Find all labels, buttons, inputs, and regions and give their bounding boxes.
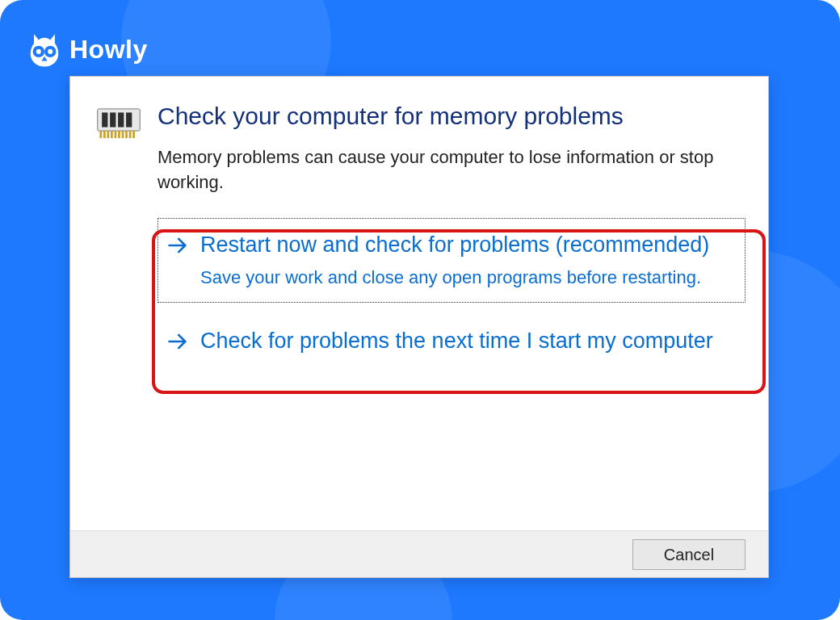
arrow-right-icon xyxy=(166,234,189,257)
memory-module-icon xyxy=(95,104,142,143)
svg-rect-12 xyxy=(111,131,113,138)
svg-rect-13 xyxy=(115,131,117,138)
dialog-title: Check your computer for memory problems xyxy=(158,101,746,132)
svg-rect-10 xyxy=(103,131,106,138)
option-text: Restart now and check for problems (reco… xyxy=(200,230,732,290)
dialog-subtitle: Memory problems can cause your computer … xyxy=(158,145,739,196)
svg-rect-15 xyxy=(122,131,124,138)
option-title: Restart now and check for problems (reco… xyxy=(200,232,709,257)
svg-rect-14 xyxy=(118,131,120,138)
option-description: Save your work and close any open progra… xyxy=(200,265,732,291)
howly-wordmark: Howly xyxy=(69,35,148,65)
svg-rect-6 xyxy=(110,112,116,127)
svg-rect-17 xyxy=(129,131,132,138)
svg-rect-7 xyxy=(118,112,124,127)
cancel-button[interactable]: Cancel xyxy=(632,539,746,570)
page-background: Howly xyxy=(0,0,840,620)
option-check-next-start[interactable]: Check for problems the next time I start… xyxy=(158,314,746,367)
howly-logo: Howly xyxy=(26,31,148,68)
svg-rect-18 xyxy=(132,131,135,138)
svg-point-3 xyxy=(48,49,52,54)
option-list: Restart now and check for problems (reco… xyxy=(158,218,746,367)
option-restart-now[interactable]: Restart now and check for problems (reco… xyxy=(158,218,746,302)
dialog-icon-wrap xyxy=(93,101,145,530)
svg-rect-5 xyxy=(102,112,107,127)
dialog-content: Check your computer for memory problems … xyxy=(158,101,746,530)
svg-point-2 xyxy=(36,49,41,54)
dialog-body: Check your computer for memory problems … xyxy=(70,77,768,530)
option-text: Check for problems the next time I start… xyxy=(200,326,732,355)
owl-icon xyxy=(26,31,63,68)
svg-rect-9 xyxy=(99,131,102,138)
arrow-right-icon xyxy=(166,330,189,353)
dialog-footer: Cancel xyxy=(70,530,768,577)
svg-rect-8 xyxy=(126,112,132,127)
svg-rect-16 xyxy=(125,131,128,138)
option-title: Check for problems the next time I start… xyxy=(200,329,713,353)
svg-rect-11 xyxy=(107,131,110,138)
memory-diagnostic-dialog: Check your computer for memory problems … xyxy=(69,76,769,578)
